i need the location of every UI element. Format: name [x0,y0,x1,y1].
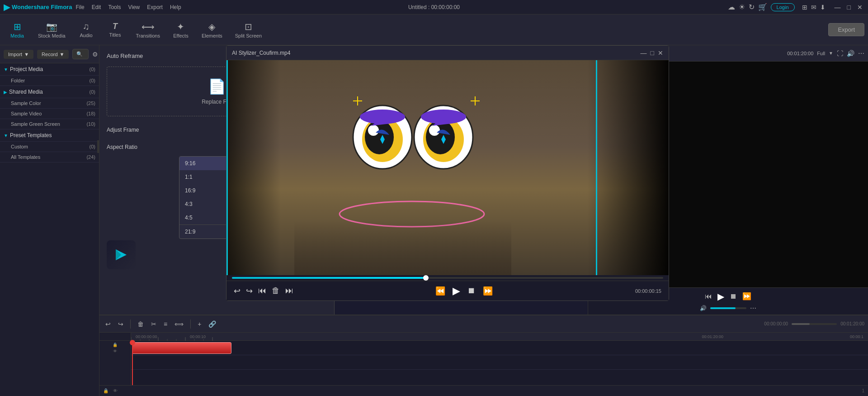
modal-close-button[interactable]: ✕ [658,49,663,57]
status-icons: 🔒 👁 [103,388,118,393]
sidebar-item-shared-media[interactable]: ▶ Shared Media (0) [0,86,99,98]
media-icon: ⊞ [14,21,21,32]
more-options-icon[interactable]: ⋯ [858,50,864,57]
toolbar-elements[interactable]: ◈ Elements [196,19,228,40]
toolbar-audio[interactable]: ♫ Audio [73,19,100,40]
volume-slider[interactable] [710,307,746,309]
timeline-undo-button[interactable]: ↩ [103,319,113,329]
speaker-icon[interactable]: 🔊 [847,50,854,57]
preview-play-button[interactable]: ▶ [717,291,724,302]
step-forward-button[interactable]: ⏩ [483,286,493,296]
menu-edit[interactable]: Edit [92,4,101,10]
preview-stop-button[interactable]: ⏹ [730,292,737,301]
sidebar-item-all-templates[interactable]: All Templates (24) [0,152,99,162]
login-button[interactable]: Login [771,3,795,11]
close-button[interactable]: ✕ [855,4,864,11]
cloud-icon[interactable]: ☁ [728,3,735,11]
menu-tools[interactable]: Tools [108,4,121,10]
play-button[interactable]: ▶ [453,285,460,297]
filter-icon[interactable]: ⚙ [92,51,98,58]
delete-clip-button[interactable]: 🗑 [272,286,280,296]
timeline-zoom-slider[interactable] [792,323,837,325]
title-bar: ▶ Wondershare Filmora File Edit Tools Vi… [0,0,868,14]
timeline-link-button[interactable]: 🔗 [206,319,218,329]
all-templates-count: (24) [86,154,95,160]
more-preview-icon[interactable]: ⋯ [750,305,756,312]
ruler-ticks [131,333,868,340]
menu-export[interactable]: Export [147,4,163,10]
mail-icon[interactable]: ✉ [811,4,816,11]
stop-button[interactable]: ⏹ [467,286,476,296]
timeline-ripple-button[interactable]: ⟺ [172,319,186,329]
sidebar-item-folder[interactable]: Folder (0) [0,76,99,86]
file-icon: 📄 [208,78,226,95]
status-eye-icon[interactable]: 👁 [113,388,118,393]
custom-count: (0) [90,144,95,149]
toolbar-split-screen[interactable]: ⊡ Split Screen [230,19,267,40]
toolbar-effects-label: Effects [173,33,188,38]
ruler-labels-area [99,333,131,340]
fullscreen-icon[interactable]: ⛶ [837,50,843,57]
preview-prev-button[interactable]: ⏮ [705,292,712,301]
minimize-button[interactable]: — [833,4,843,11]
toolbar-elements-label: Elements [202,33,222,38]
maximize-button[interactable]: □ [845,4,853,11]
undo-button[interactable]: ↩ [234,286,241,296]
preview-playback-controls: ⏮ ▶ ⏹ ⏩ [705,291,751,302]
cart-icon[interactable]: 🛒 [758,3,767,11]
preview-next-button[interactable]: ⏩ [742,292,751,301]
toolbar-stock-media[interactable]: 📷 Stock Media [33,19,71,40]
record-chevron-icon: ▼ [60,52,65,57]
playhead[interactable] [132,341,133,385]
toolbar-effects[interactable]: ✦ Effects [167,19,194,40]
step-back-button[interactable]: ⏪ [435,286,445,296]
sidebar-item-sample-green-screen[interactable]: Sample Green Screen (10) [0,119,99,129]
record-button[interactable]: Record ▼ [37,50,69,59]
menu-help[interactable]: Help [170,4,181,10]
menu-file[interactable]: File [75,4,84,10]
status-lock-icon[interactable]: 🔒 [103,388,108,393]
video-progress-bar[interactable] [232,277,663,279]
timeline-add-track-button[interactable]: + [195,319,203,329]
preset-templates-header[interactable]: ▼ Preset Templates [0,129,99,142]
app-logo: ▶ Wondershare Filmora [4,2,72,12]
effects-icon: ✦ [177,21,184,32]
track-clip-1[interactable] [132,342,231,354]
modal-minimize-button[interactable]: — [641,49,647,57]
timeline-redo-button[interactable]: ↪ [116,319,126,329]
sync-icon[interactable]: ↻ [749,3,755,11]
zoom-label: Full [817,51,825,56]
windows-icon[interactable]: ⊞ [802,4,807,11]
sun-icon[interactable]: ☀ [739,3,745,11]
sidebar-collapse-button[interactable]: ◀ [97,140,99,153]
sidebar-item-sample-color[interactable]: Sample Color (25) [0,98,99,109]
project-media-header[interactable]: ▼ Project Media (0) [0,63,99,76]
sidebar-item-custom[interactable]: Custom (0) ◀ [0,142,99,152]
timeline-delete-button[interactable]: 🗑 [135,319,146,329]
sidebar-item-sample-video[interactable]: Sample Video (18) [0,109,99,119]
export-button[interactable]: Export [828,23,864,36]
menu-view[interactable]: View [128,4,140,10]
modal-maximize-button[interactable]: □ [651,49,654,57]
toolbar-transitions[interactable]: ⟷ Transitions [131,19,165,40]
preset-templates-label: Preset Templates [10,132,52,138]
download-icon[interactable]: ⬇ [820,4,826,11]
track-row-2 [131,355,868,370]
split-screen-icon: ⊡ [245,21,252,32]
progress-area [226,275,669,281]
skip-forward-button[interactable]: ⏭ [285,286,293,296]
zoom-chevron-icon[interactable]: ▼ [829,51,833,56]
rewind-to-start-button[interactable]: ⏮ [258,286,266,296]
custom-label: Custom [11,144,28,149]
track-content-area [131,341,868,385]
modal-title: AI Stylizer_Coufirm.mp4 [232,50,290,56]
timeline-cut-button[interactable]: ✂ [149,319,159,329]
toolbar-media[interactable]: ⊞ Media [4,19,31,40]
volume-icon: 🔊 [700,305,707,311]
import-button[interactable]: Import ▼ [4,50,33,59]
progress-handle[interactable] [423,275,429,281]
timeline-split-button[interactable]: ≡ [161,319,170,329]
toolbar-titles[interactable]: T Titles [102,20,129,39]
redo-button[interactable]: ↪ [246,286,253,296]
preview-time-label: 00:01:20:00 [787,51,813,56]
